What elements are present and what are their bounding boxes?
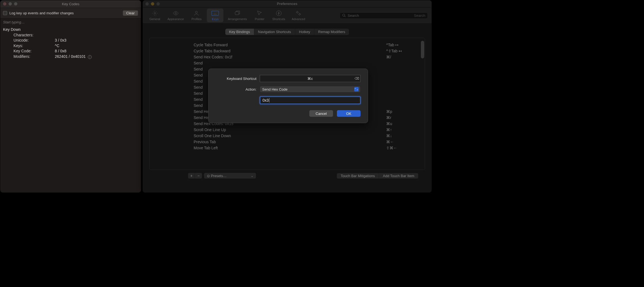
keys-label: Keys:	[13, 43, 55, 49]
prefs-titlebar: Preferences	[143, 0, 432, 7]
toolbar-advanced[interactable]: Advanced	[289, 9, 307, 22]
binding-action: Cycle Tabs Forward	[194, 43, 228, 47]
gears-icon	[294, 10, 302, 16]
keycode-label: Key Code:	[13, 48, 55, 54]
keys-segmented-control: Key Bindings Navigation Shortcuts Hotkey…	[225, 29, 349, 35]
keycode-value: 8 / 0x8	[55, 48, 138, 54]
binding-action: Send	[194, 73, 203, 77]
binding-row[interactable]: Send Hex Codes: 0x1f⌘/	[150, 54, 425, 60]
binding-key: ⌘/	[386, 55, 414, 59]
log-events-checkbox[interactable]	[3, 11, 7, 15]
log-events-label: Log key up events and modifier changes	[9, 11, 74, 15]
toolbar-arrangements[interactable]: Arrangements	[226, 9, 249, 22]
chevron-down-icon: ⌄	[251, 174, 253, 177]
toolbar-appearance[interactable]: Appearance	[165, 9, 186, 22]
person-icon	[193, 10, 200, 16]
keyboard-icon	[211, 10, 219, 16]
svg-point-13	[343, 14, 345, 16]
minimize-icon[interactable]	[151, 2, 154, 6]
svg-point-12	[299, 13, 301, 15]
toolbar-shortcuts[interactable]: Shortcuts	[270, 9, 287, 22]
svg-line-14	[345, 16, 346, 17]
touchbar-mitigations-button[interactable]: Touch Bar Mitigations	[337, 173, 379, 179]
info-icon[interactable]: i	[88, 55, 92, 59]
chevron-updown-icon: ⌃⌄	[354, 87, 359, 91]
binding-key	[386, 79, 414, 83]
presets-dropdown[interactable]: ⊙ Presets… ⌄	[204, 173, 256, 179]
binding-key	[386, 67, 414, 71]
binding-row[interactable]: Previous Tab⌘←	[150, 139, 425, 145]
preferences-window: Preferences General Appearance Profiles …	[142, 0, 432, 193]
binding-action: Previous Tab	[194, 140, 216, 144]
binding-action: Move Tab Left	[194, 146, 218, 150]
seg-remap-modifiers[interactable]: Remap Modifiers	[314, 29, 349, 35]
zoom-icon[interactable]	[14, 2, 17, 6]
cancel-button[interactable]: Cancel	[309, 110, 333, 117]
toolbar-search-field[interactable]: Search Search	[340, 12, 428, 19]
seg-key-bindings[interactable]: Key Bindings	[225, 29, 254, 35]
svg-rect-3	[212, 11, 219, 15]
binding-key	[386, 91, 414, 96]
binding-key: ⌘←	[386, 140, 414, 144]
zoom-icon[interactable]	[156, 2, 160, 6]
binding-key: ⌘↓	[386, 134, 414, 138]
binding-action: Send	[194, 67, 203, 71]
ok-button[interactable]: OK	[337, 110, 361, 117]
binding-row[interactable]: Move Tab Left⇧⌘←	[150, 145, 425, 151]
keycodes-titlebar: Key Codes	[0, 0, 141, 8]
characters-value	[55, 33, 138, 38]
remove-binding-button[interactable]: −	[195, 173, 202, 179]
clear-shortcut-icon[interactable]: ⌫	[354, 76, 359, 81]
binding-key: ⌘r	[386, 115, 414, 120]
binding-row[interactable]: Send	[150, 60, 425, 66]
svg-point-2	[196, 11, 197, 13]
toolbar-profiles[interactable]: Profiles	[188, 9, 205, 22]
windows-icon	[234, 10, 241, 16]
binding-key: ⌘p	[386, 109, 414, 114]
seg-hotkey[interactable]: Hotkey	[295, 29, 314, 35]
binding-action: Send	[194, 91, 203, 96]
binding-key: ^Tab ↦	[386, 43, 414, 47]
hex-code-input[interactable]: 0x3	[260, 96, 361, 104]
modifiers-label: Modifiers:	[13, 54, 55, 59]
close-icon[interactable]	[145, 2, 149, 6]
binding-key	[386, 97, 414, 102]
unicode-value: 3 / 0x3	[55, 38, 138, 43]
minimize-icon[interactable]	[9, 2, 12, 6]
bolt-icon	[275, 10, 283, 16]
scrollbar-thumb[interactable]	[421, 41, 424, 58]
shortcut-label: Keyboard Shortcut	[216, 77, 260, 81]
search-icon	[342, 13, 346, 17]
binding-key: ^⇧Tab ↤	[386, 49, 414, 53]
action-label: Action:	[216, 87, 260, 91]
binding-action: Send	[194, 97, 203, 102]
binding-key: ⇧⌘←	[386, 146, 414, 150]
svg-point-11	[297, 12, 298, 13]
seg-nav-shortcuts[interactable]: Navigation Shortcuts	[254, 29, 295, 35]
binding-action: Send Hex Codes: 0x1f	[194, 55, 232, 59]
modifiers-value: 262401 / 0x40101 i	[55, 54, 138, 59]
binding-key	[386, 103, 414, 108]
binding-key: ⌘u	[386, 121, 414, 126]
keys-value: ^C	[55, 43, 138, 49]
clear-button[interactable]: Clear	[123, 10, 138, 16]
edit-binding-sheet: Keyboard Shortcut ⌘c ⌫ Action: Send Hex …	[208, 69, 368, 123]
binding-action: Send	[194, 61, 203, 65]
gear-icon	[151, 10, 159, 16]
keycodes-typing-field[interactable]: Start typing…	[0, 18, 141, 26]
toolbar-general[interactable]: General	[147, 9, 163, 22]
prefs-title: Preferences	[145, 2, 429, 6]
binding-row[interactable]: Cycle Tabs Backward^⇧Tab ↤	[150, 48, 425, 54]
close-icon[interactable]	[3, 2, 6, 6]
binding-row[interactable]: Scroll One Line Down⌘↓	[150, 133, 425, 139]
toolbar-keys[interactable]: Keys	[207, 9, 223, 22]
binding-row[interactable]: Scroll One Line Up⌘↑	[150, 127, 425, 133]
binding-action: Cycle Tabs Backward	[194, 49, 231, 53]
add-binding-button[interactable]: +	[188, 173, 195, 179]
shortcut-input[interactable]: ⌘c ⌫	[260, 75, 361, 82]
add-touchbar-item-button[interactable]: Add Touch Bar Item	[379, 173, 418, 179]
toolbar-pointer[interactable]: Pointer	[251, 9, 268, 22]
binding-row[interactable]: Cycle Tabs Forward^Tab ↦	[150, 42, 425, 48]
binding-key: ⌘↑	[386, 128, 414, 132]
action-select[interactable]: Send Hex Code ⌃⌄	[260, 86, 361, 93]
